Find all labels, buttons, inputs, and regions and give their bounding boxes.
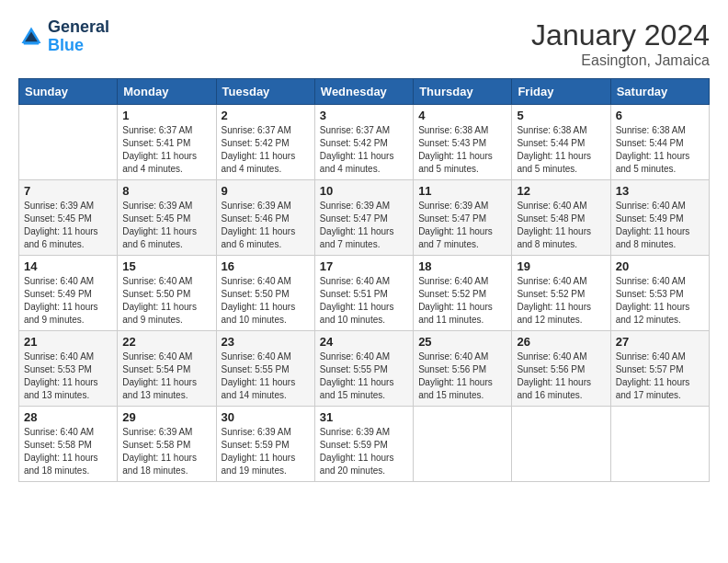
day-number: 13 (616, 184, 704, 198)
day-number: 29 (122, 410, 210, 424)
calendar-cell: 26Sunrise: 6:40 AMSunset: 5:56 PMDayligh… (512, 331, 610, 407)
day-info: Sunrise: 6:40 AMSunset: 5:53 PMDaylight:… (616, 275, 704, 327)
logo-text-block: General Blue (48, 18, 109, 55)
calendar-cell: 2Sunrise: 6:37 AMSunset: 5:42 PMDaylight… (216, 105, 314, 180)
day-info: Sunrise: 6:40 AMSunset: 5:50 PMDaylight:… (222, 275, 310, 327)
day-number: 19 (517, 259, 605, 273)
day-number: 3 (320, 109, 408, 122)
calendar-cell: 10Sunrise: 6:39 AMSunset: 5:47 PMDayligh… (314, 180, 413, 256)
month-title: January 2024 (531, 18, 710, 52)
day-info: Sunrise: 6:40 AMSunset: 5:56 PMDaylight:… (418, 350, 506, 402)
day-number: 11 (418, 184, 506, 198)
day-info: Sunrise: 6:40 AMSunset: 5:51 PMDaylight:… (320, 275, 408, 327)
calendar-cell (19, 105, 118, 180)
day-info: Sunrise: 6:40 AMSunset: 5:58 PMDaylight:… (24, 426, 112, 477)
day-number: 12 (517, 184, 605, 198)
calendar-cell: 5Sunrise: 6:38 AMSunset: 5:44 PMDaylight… (512, 105, 610, 180)
logo: General Blue (18, 18, 109, 55)
calendar-cell: 9Sunrise: 6:39 AMSunset: 5:46 PMDaylight… (216, 180, 314, 256)
calendar-cell: 27Sunrise: 6:40 AMSunset: 5:57 PMDayligh… (610, 331, 709, 407)
weekday-header-cell: Wednesday (314, 79, 413, 105)
calendar-cell (512, 407, 610, 482)
calendar-cell: 18Sunrise: 6:40 AMSunset: 5:52 PMDayligh… (414, 256, 512, 331)
day-info: Sunrise: 6:39 AMSunset: 5:45 PMDaylight:… (122, 200, 210, 251)
calendar-cell: 4Sunrise: 6:38 AMSunset: 5:43 PMDaylight… (414, 105, 512, 180)
day-info: Sunrise: 6:40 AMSunset: 5:55 PMDaylight:… (320, 350, 408, 402)
calendar-week-row: 1Sunrise: 6:37 AMSunset: 5:41 PMDaylight… (19, 105, 710, 180)
page-header: General Blue January 2024 Easington, Jam… (18, 18, 710, 69)
day-info: Sunrise: 6:40 AMSunset: 5:57 PMDaylight:… (616, 350, 704, 402)
calendar-cell: 13Sunrise: 6:40 AMSunset: 5:49 PMDayligh… (610, 180, 709, 256)
calendar-cell: 1Sunrise: 6:37 AMSunset: 5:41 PMDaylight… (118, 105, 216, 180)
day-number: 10 (320, 184, 408, 198)
calendar-cell: 20Sunrise: 6:40 AMSunset: 5:53 PMDayligh… (610, 256, 709, 331)
calendar-cell (414, 407, 512, 482)
weekday-header-cell: Monday (118, 79, 216, 105)
weekday-header-cell: Friday (512, 79, 610, 105)
day-info: Sunrise: 6:39 AMSunset: 5:46 PMDaylight:… (222, 200, 310, 251)
day-info: Sunrise: 6:39 AMSunset: 5:47 PMDaylight:… (418, 200, 506, 251)
calendar-cell: 11Sunrise: 6:39 AMSunset: 5:47 PMDayligh… (414, 180, 512, 256)
day-number: 1 (122, 109, 210, 122)
calendar-cell: 30Sunrise: 6:39 AMSunset: 5:59 PMDayligh… (216, 407, 314, 482)
weekday-header-cell: Sunday (19, 79, 118, 105)
day-info: Sunrise: 6:39 AMSunset: 5:59 PMDaylight:… (320, 426, 408, 477)
day-info: Sunrise: 6:40 AMSunset: 5:50 PMDaylight:… (122, 275, 210, 327)
day-number: 25 (418, 335, 506, 349)
calendar-cell: 19Sunrise: 6:40 AMSunset: 5:52 PMDayligh… (512, 256, 610, 331)
calendar-week-row: 21Sunrise: 6:40 AMSunset: 5:53 PMDayligh… (19, 331, 710, 407)
calendar-cell: 14Sunrise: 6:40 AMSunset: 5:49 PMDayligh… (19, 256, 118, 331)
weekday-header-cell: Saturday (610, 79, 709, 105)
day-info: Sunrise: 6:37 AMSunset: 5:42 PMDaylight:… (320, 124, 408, 176)
logo-line2: Blue (48, 37, 109, 55)
svg-rect-2 (24, 41, 40, 44)
calendar-body: 1Sunrise: 6:37 AMSunset: 5:41 PMDaylight… (19, 105, 710, 482)
calendar-cell: 29Sunrise: 6:39 AMSunset: 5:58 PMDayligh… (118, 407, 216, 482)
day-number: 24 (320, 335, 408, 349)
calendar-cell: 25Sunrise: 6:40 AMSunset: 5:56 PMDayligh… (414, 331, 512, 407)
day-number: 14 (24, 259, 112, 273)
day-info: Sunrise: 6:37 AMSunset: 5:41 PMDaylight:… (122, 124, 210, 176)
calendar-cell: 3Sunrise: 6:37 AMSunset: 5:42 PMDaylight… (314, 105, 413, 180)
day-number: 20 (616, 259, 704, 273)
logo-line1: General (48, 18, 109, 37)
day-info: Sunrise: 6:38 AMSunset: 5:43 PMDaylight:… (418, 124, 506, 176)
day-info: Sunrise: 6:40 AMSunset: 5:48 PMDaylight:… (517, 200, 605, 251)
calendar-cell: 17Sunrise: 6:40 AMSunset: 5:51 PMDayligh… (314, 256, 413, 331)
calendar-cell: 7Sunrise: 6:39 AMSunset: 5:45 PMDaylight… (19, 180, 118, 256)
day-info: Sunrise: 6:40 AMSunset: 5:53 PMDaylight:… (24, 350, 112, 402)
calendar-cell: 12Sunrise: 6:40 AMSunset: 5:48 PMDayligh… (512, 180, 610, 256)
day-number: 23 (222, 335, 310, 349)
calendar-week-row: 28Sunrise: 6:40 AMSunset: 5:58 PMDayligh… (19, 407, 710, 482)
day-number: 8 (122, 184, 210, 198)
day-number: 18 (418, 259, 506, 273)
calendar-cell: 8Sunrise: 6:39 AMSunset: 5:45 PMDaylight… (118, 180, 216, 256)
calendar-cell: 16Sunrise: 6:40 AMSunset: 5:50 PMDayligh… (216, 256, 314, 331)
day-info: Sunrise: 6:37 AMSunset: 5:42 PMDaylight:… (222, 124, 310, 176)
weekday-header-row: SundayMondayTuesdayWednesdayThursdayFrid… (19, 79, 710, 105)
logo-icon (18, 24, 44, 50)
day-number: 30 (222, 410, 310, 424)
day-number: 15 (122, 259, 210, 273)
day-info: Sunrise: 6:39 AMSunset: 5:58 PMDaylight:… (122, 426, 210, 477)
calendar-cell (610, 407, 709, 482)
location: Easington, Jamaica (531, 52, 710, 69)
day-number: 4 (418, 109, 506, 122)
day-number: 17 (320, 259, 408, 273)
day-number: 21 (24, 335, 112, 349)
day-number: 9 (222, 184, 310, 198)
day-number: 7 (24, 184, 112, 198)
calendar-cell: 22Sunrise: 6:40 AMSunset: 5:54 PMDayligh… (118, 331, 216, 407)
calendar-cell: 23Sunrise: 6:40 AMSunset: 5:55 PMDayligh… (216, 331, 314, 407)
day-info: Sunrise: 6:39 AMSunset: 5:59 PMDaylight:… (222, 426, 310, 477)
day-info: Sunrise: 6:39 AMSunset: 5:45 PMDaylight:… (24, 200, 112, 251)
calendar-cell: 24Sunrise: 6:40 AMSunset: 5:55 PMDayligh… (314, 331, 413, 407)
day-number: 27 (616, 335, 704, 349)
day-info: Sunrise: 6:40 AMSunset: 5:55 PMDaylight:… (222, 350, 310, 402)
title-block: January 2024 Easington, Jamaica (531, 18, 710, 69)
day-number: 22 (122, 335, 210, 349)
day-info: Sunrise: 6:40 AMSunset: 5:52 PMDaylight:… (418, 275, 506, 327)
day-info: Sunrise: 6:40 AMSunset: 5:56 PMDaylight:… (517, 350, 605, 402)
calendar-week-row: 7Sunrise: 6:39 AMSunset: 5:45 PMDaylight… (19, 180, 710, 256)
day-info: Sunrise: 6:40 AMSunset: 5:54 PMDaylight:… (122, 350, 210, 402)
